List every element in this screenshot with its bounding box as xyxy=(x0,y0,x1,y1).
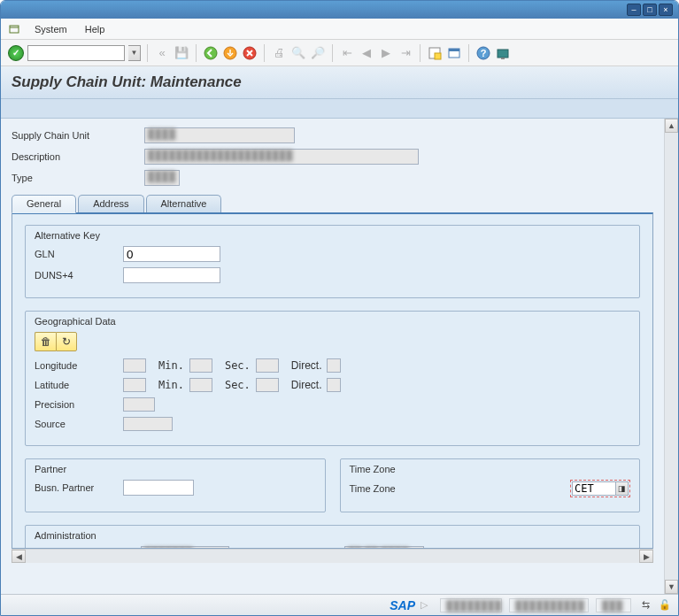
create-session-button[interactable] xyxy=(427,45,443,61)
scroll-down-button[interactable]: ▼ xyxy=(665,580,678,594)
sap-logo: SAP xyxy=(390,598,415,612)
scroll-left-button[interactable]: ◀ xyxy=(12,550,26,563)
precision-field[interactable] xyxy=(123,397,155,412)
toolbar-sep xyxy=(147,44,148,62)
last-page-icon: ⇥ xyxy=(397,45,413,61)
layout-menu-icon[interactable]: ⇆ xyxy=(642,599,650,611)
gln-label: GLN xyxy=(35,249,123,259)
window-minimize-button[interactable]: – xyxy=(627,4,641,16)
svg-rect-0 xyxy=(10,26,19,33)
longitude-direct-field[interactable] xyxy=(327,358,341,373)
svg-text:?: ? xyxy=(481,48,487,58)
group-legend: Time Zone xyxy=(350,464,631,474)
window-maximize-button[interactable]: □ xyxy=(643,4,657,16)
enter-ok-button[interactable] xyxy=(8,45,24,61)
menu-help[interactable]: Help xyxy=(78,21,112,37)
sec-label: Sec. xyxy=(225,359,251,372)
lock-icon[interactable]: 🔓 xyxy=(659,599,671,611)
vscroll-track[interactable] xyxy=(665,133,678,580)
window-close-button[interactable]: × xyxy=(659,4,673,16)
type-field[interactable]: ████ xyxy=(144,170,180,186)
group-legend: Administration xyxy=(35,530,630,541)
cancel-button[interactable] xyxy=(242,45,258,61)
supply-chain-unit-label: Supply Chain Unit xyxy=(12,130,144,141)
latitude-deg-field[interactable] xyxy=(123,378,146,392)
generate-shortcut-button[interactable] xyxy=(446,45,462,61)
longitude-sec-field[interactable] xyxy=(256,358,279,373)
app-menu-icon[interactable] xyxy=(8,23,20,35)
prev-page-icon: ◀ xyxy=(359,45,374,61)
group-legend: Partner xyxy=(35,464,316,474)
standard-toolbar: ▼ « 💾 🖨 🔍 🔎 ⇤ ◀ ▶ ⇥ ? xyxy=(1,40,678,66)
print-icon: 🖨 xyxy=(271,45,287,61)
history-back-icon: « xyxy=(154,45,170,61)
tab-general[interactable]: General xyxy=(12,195,76,213)
description-field[interactable]: █████████████████████ xyxy=(144,149,419,165)
source-field[interactable] xyxy=(123,417,173,431)
group-alternative-key: Alternative Key GLN DUNS+4 xyxy=(25,225,640,298)
page-title: Supply Chain Unit: Maintenance xyxy=(12,73,667,91)
tab-address[interactable]: Address xyxy=(78,195,143,212)
duns-field[interactable] xyxy=(123,267,220,283)
toolbar-sep xyxy=(420,44,421,62)
content: Supply Chain Unit ████ Description █████… xyxy=(1,119,664,594)
group-administration: Administration User Name ███████ Created… xyxy=(25,525,640,549)
next-page-icon: ▶ xyxy=(378,45,394,61)
sap-window: – □ × System Help ▼ « 💾 🖨 🔍 🔎 ⇤ ◀ ▶ ⇥ xyxy=(0,0,679,616)
menubar: System Help xyxy=(1,19,678,40)
latitude-direct-field[interactable] xyxy=(327,378,341,392)
gln-field[interactable] xyxy=(123,246,220,262)
exit-button[interactable] xyxy=(222,45,238,61)
horizontal-scrollbar: ◀ ▶ xyxy=(12,549,653,563)
direct-label: Direct. xyxy=(291,379,322,391)
find-icon: 🔍 xyxy=(290,45,306,61)
timezone-f4-button[interactable]: ◨ xyxy=(616,481,629,496)
vertical-scrollbar: ▲ ▼ xyxy=(664,119,678,594)
latitude-sec-field[interactable] xyxy=(256,378,279,392)
sec-label: Sec. xyxy=(225,379,251,391)
svg-rect-12 xyxy=(501,58,505,59)
group-legend: Alternative Key xyxy=(35,230,630,241)
delete-button[interactable]: 🗑 xyxy=(35,332,56,351)
min-label: Min. xyxy=(158,379,184,391)
help-button[interactable]: ? xyxy=(475,45,491,61)
group-legend: Geographical Data xyxy=(35,316,630,327)
longitude-label: Longitude xyxy=(35,360,123,371)
timezone-label: Time Zone xyxy=(350,483,438,494)
scroll-up-button[interactable]: ▲ xyxy=(665,119,678,133)
type-label: Type xyxy=(12,173,144,183)
busn-partner-field[interactable] xyxy=(123,480,194,496)
scroll-right-button[interactable]: ▶ xyxy=(639,550,653,563)
svg-rect-11 xyxy=(498,50,508,58)
window-titlebar: – □ × xyxy=(1,1,678,19)
timezone-field-wrapper: ◨ xyxy=(570,480,630,497)
hscroll-track[interactable] xyxy=(26,550,639,563)
status-field-2[interactable]: ██████████ xyxy=(509,598,589,612)
status-field-3[interactable]: ███ xyxy=(596,598,631,612)
back-button[interactable] xyxy=(203,45,219,61)
min-label: Min. xyxy=(158,359,184,372)
tab-strip: General Address Alternative xyxy=(12,195,653,212)
refresh-button[interactable]: ↻ xyxy=(56,332,77,351)
latitude-min-field[interactable] xyxy=(189,378,212,392)
duns-label: DUNS+4 xyxy=(35,270,123,281)
supply-chain-unit-field[interactable]: ████ xyxy=(144,127,295,143)
svg-rect-8 xyxy=(449,49,459,51)
command-field-dropdown[interactable]: ▼ xyxy=(128,45,141,61)
longitude-min-field[interactable] xyxy=(189,358,212,373)
content-area: Supply Chain Unit ████ Description █████… xyxy=(1,119,678,594)
local-layout-button[interactable] xyxy=(495,45,511,61)
timezone-field[interactable] xyxy=(572,481,616,496)
tab-alternative[interactable]: Alternative xyxy=(146,195,222,212)
page-title-area: Supply Chain Unit: Maintenance xyxy=(1,66,678,99)
toolbar-sep xyxy=(468,44,469,62)
command-field[interactable] xyxy=(27,45,125,61)
toolbar-sep xyxy=(332,44,333,62)
status-field-1[interactable]: ████████ xyxy=(440,598,502,612)
busn-partner-label: Busn. Partner xyxy=(35,482,123,493)
menu-system[interactable]: System xyxy=(27,21,74,37)
longitude-deg-field[interactable] xyxy=(123,358,146,373)
group-geographical-data: Geographical Data 🗑 ↻ Longitude Min. Sec… xyxy=(25,311,640,446)
svg-rect-6 xyxy=(435,53,441,59)
statusbar: SAP ▷ ████████ ██████████ ███ ⇆ 🔓 xyxy=(1,594,678,615)
